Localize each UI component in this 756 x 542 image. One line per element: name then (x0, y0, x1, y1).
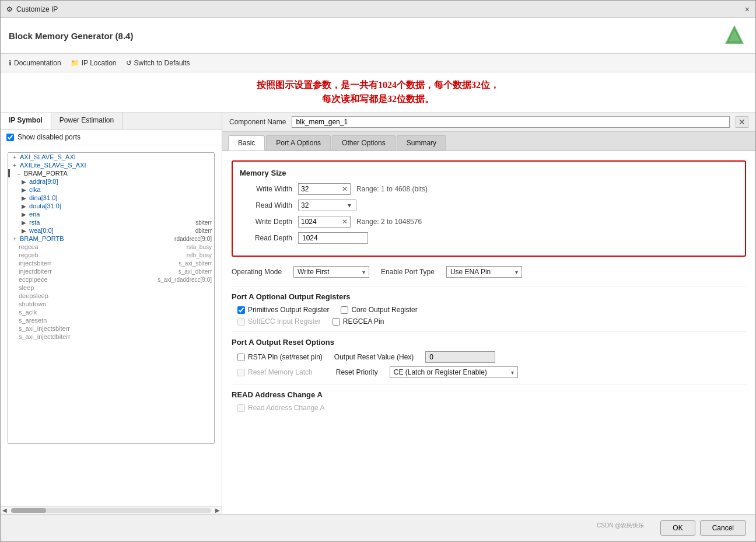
tab-basic[interactable]: Basic (228, 135, 265, 151)
list-item[interactable]: ▶ dina[31:0] (8, 194, 214, 202)
write-width-clear-btn[interactable]: ✕ (340, 185, 350, 193)
list-item[interactable]: ▶ rsta sbiterr (8, 218, 214, 226)
tree-label: regceb (19, 251, 38, 258)
write-depth-clear-btn[interactable]: ✕ (340, 218, 350, 226)
expand-icon[interactable]: ▶ (20, 195, 28, 201)
list-item[interactable]: injectdbiterr s_axi_dbiterr (8, 267, 214, 275)
documentation-button[interactable]: ℹ Documentation (9, 59, 61, 67)
tab-ip-symbol[interactable]: IP Symbol (1, 113, 51, 129)
tree-label: s_aresetn (19, 317, 47, 324)
reset-option-row2: Reset Memory Latch Reset Priority CE (La… (232, 366, 746, 378)
expand-icon[interactable]: ▶ (20, 203, 28, 209)
reset-priority-dropdown[interactable]: CE (Latch or Register Enable) ▾ (390, 366, 518, 378)
list-item[interactable]: ▶ wea[0:0] dbiterr (8, 226, 214, 235)
ok-button[interactable]: OK (660, 520, 695, 536)
tree-right-sbiterr: sbiterr (184, 219, 212, 226)
primitives-output-checkbox-label[interactable]: Primitives Output Register (237, 306, 329, 314)
list-item[interactable]: s_aclk (8, 308, 214, 316)
component-close-btn[interactable]: ✕ (736, 116, 748, 128)
list-item[interactable]: sleep (8, 284, 214, 292)
expand-icon[interactable]: + (10, 162, 19, 169)
memory-size-section: Memory Size Write Width ✕ Range: 1 to 46… (232, 160, 746, 257)
tab-port-a-options[interactable]: Port A Options (266, 135, 331, 151)
read-depth-row: Read Depth (240, 232, 738, 244)
switch-defaults-button[interactable]: ↺ Switch to Defaults (126, 59, 190, 67)
list-item[interactable]: + BRAM_PORTB rdaddrecc[9:0] (8, 235, 214, 243)
tree-label: s_axi_injectdbiterr (19, 333, 71, 340)
cancel-button[interactable]: Cancel (700, 520, 746, 536)
tree-label: BRAM_PORTA (24, 170, 68, 177)
output-reset-input[interactable] (425, 351, 495, 363)
read-width-dropdown[interactable]: 32 ▾ (298, 200, 356, 211)
tree-label: dina[31:0] (29, 194, 57, 201)
core-output-label: Core Output Register (351, 306, 417, 314)
enable-port-type-dropdown[interactable]: Use ENA Pin ▾ (446, 266, 522, 278)
core-output-checkbox[interactable] (341, 306, 348, 314)
softECC-checkbox-label: SoftECC Input Register (237, 317, 321, 326)
expand-icon[interactable]: ▶ (20, 228, 28, 234)
list-item[interactable]: regcea rsta_busy (8, 243, 214, 251)
read-depth-label: Read Depth (240, 234, 298, 242)
expand-icon[interactable]: – (15, 170, 23, 177)
scrollbar-thumb[interactable] (11, 508, 46, 513)
expand-icon[interactable]: + (10, 236, 19, 242)
ip-location-button[interactable]: 📁 IP Location (71, 59, 117, 67)
title-bar: ⚙ Customize IP × (1, 1, 755, 18)
tab-other-options[interactable]: Other Options (332, 135, 396, 151)
list-item[interactable]: + AXILite_SLAVE_S_AXI (8, 161, 214, 169)
rsta-pin-checkbox[interactable] (237, 354, 245, 361)
list-item[interactable]: ▶ addra[9:0] (8, 177, 214, 186)
list-item[interactable]: ▶ clka (8, 186, 214, 194)
tab-summary[interactable]: Summary (397, 135, 446, 151)
component-name-label: Component Name (229, 118, 286, 126)
write-depth-input[interactable] (299, 216, 340, 227)
list-item[interactable]: s_aresetn (8, 316, 214, 324)
list-item[interactable]: s_axi_injectdbiterr (8, 333, 214, 341)
tree-label: injectdbiterr (19, 268, 52, 275)
REGCEA-checkbox-label[interactable]: REGCEA Pin (332, 317, 384, 326)
expand-icon[interactable]: ▶ (20, 211, 28, 218)
primitives-output-checkbox[interactable] (237, 306, 245, 314)
close-button[interactable]: × (745, 5, 750, 14)
list-item[interactable]: s_axi_injectsbiterr (8, 324, 214, 333)
list-item[interactable]: – BRAM_PORTA (8, 169, 214, 177)
list-item[interactable]: ▶ ena (8, 210, 214, 218)
tree-container: + AXI_SLAVE_S_AXI + AXILite_SLAVE_S_AXI … (8, 152, 215, 444)
chevron-down-icon: ▾ (511, 369, 514, 376)
expand-icon[interactable]: ▶ (20, 179, 28, 185)
reset-priority-value: CE (Latch or Register Enable) (394, 368, 487, 376)
component-name-input[interactable] (292, 116, 730, 128)
scrollbar-track[interactable] (11, 508, 211, 513)
expand-icon[interactable]: + (10, 154, 19, 160)
ip-location-label: IP Location (82, 59, 117, 67)
list-item[interactable]: shutdown (8, 300, 214, 308)
tab-power-estimation[interactable]: Power Estimation (51, 113, 123, 129)
list-item[interactable]: deepsleep (8, 292, 214, 300)
left-panel: IP Symbol Power Estimation Show disabled… (1, 113, 222, 514)
write-depth-row: Write Depth ✕ Range: 2 to 1048576 (240, 216, 738, 228)
list-item[interactable]: eccpipece s_axi_rdaddrecc[9:0] (8, 275, 214, 284)
write-width-input-container: ✕ (298, 183, 351, 195)
rsta-pin-checkbox-label[interactable]: RSTA Pin (set/reset pin) (237, 353, 323, 361)
write-width-range: Range: 1 to 4608 (bits) (356, 185, 428, 193)
write-width-input[interactable] (299, 184, 340, 194)
tree-panel[interactable]: + AXI_SLAVE_S_AXI + AXILite_SLAVE_S_AXI … (1, 145, 222, 506)
write-depth-range: Range: 2 to 1048576 (356, 218, 422, 226)
read-width-row: Read Width 32 ▾ (240, 200, 738, 211)
refresh-icon: ↺ (126, 59, 132, 67)
core-output-checkbox-label[interactable]: Core Output Register (341, 306, 417, 314)
chevron-down-icon: ▾ (515, 269, 518, 275)
REGCEA-checkbox[interactable] (332, 318, 340, 326)
list-item[interactable]: injectsbiterr s_axi_sbiterr (8, 259, 214, 267)
horizontal-scrollbar[interactable]: ◀ ▶ (1, 506, 222, 514)
list-item[interactable]: regceb rstb_busy (8, 251, 214, 259)
list-item[interactable]: + AXI_SLAVE_S_AXI (8, 153, 214, 161)
show-disabled-checkbox[interactable] (6, 134, 14, 141)
scroll-left-btn[interactable]: ◀ (1, 507, 9, 513)
operating-mode-dropdown[interactable]: Write First ▾ (293, 266, 369, 278)
list-item[interactable]: ▶ douta[31:0] (8, 202, 214, 210)
read-depth-input[interactable] (298, 232, 368, 244)
scroll-right-btn[interactable]: ▶ (214, 507, 222, 513)
expand-icon[interactable]: ▶ (20, 219, 28, 226)
expand-icon[interactable]: ▶ (20, 187, 28, 193)
